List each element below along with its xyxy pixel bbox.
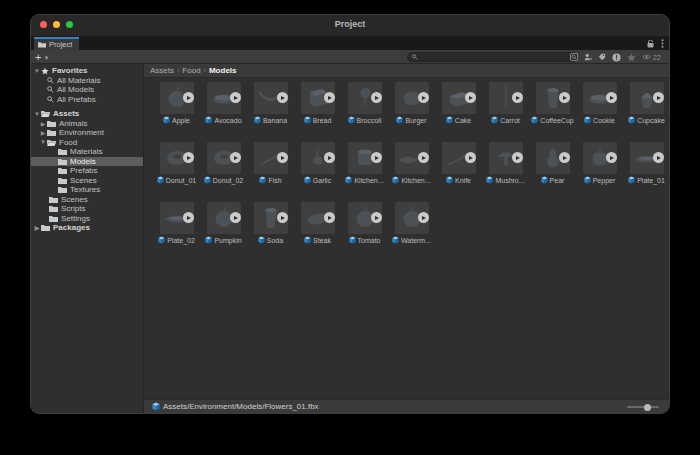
import-log-icon[interactable] xyxy=(612,53,621,62)
expand-asset-button[interactable] xyxy=(606,152,617,163)
asset-item-cake[interactable]: Cake xyxy=(435,82,482,124)
asset-thumbnail[interactable] xyxy=(536,82,570,114)
asset-item-kitchen-[interactable]: Kitchen... xyxy=(388,142,435,184)
chevron-right-icon[interactable]: ▶ xyxy=(39,129,47,136)
asset-thumbnail[interactable] xyxy=(442,82,476,114)
asset-item-mushro-[interactable]: Mushro... xyxy=(482,142,529,184)
asset-thumbnail[interactable] xyxy=(536,142,570,174)
asset-thumbnail[interactable] xyxy=(254,82,288,114)
asset-item-pepper[interactable]: Pepper xyxy=(576,142,623,184)
hidden-items-counter[interactable]: 22 xyxy=(642,53,661,62)
expand-asset-button[interactable] xyxy=(512,92,523,103)
asset-thumbnail[interactable] xyxy=(301,142,335,174)
tree-item-models[interactable]: Models xyxy=(31,157,143,167)
tree-item-textures[interactable]: Textures xyxy=(31,185,143,195)
expand-asset-button[interactable] xyxy=(465,92,476,103)
asset-thumbnail[interactable] xyxy=(489,142,523,174)
asset-thumbnail[interactable] xyxy=(348,142,382,174)
tree-item-settings[interactable]: Settings xyxy=(31,214,143,224)
expand-asset-button[interactable] xyxy=(324,212,335,223)
expand-asset-button[interactable] xyxy=(183,92,194,103)
asset-item-plate-02[interactable]: Plate_02 xyxy=(153,202,200,244)
asset-item-plate-01[interactable]: Plate_01 xyxy=(623,142,669,184)
expand-asset-button[interactable] xyxy=(653,152,664,163)
tree-item-materials[interactable]: Materials xyxy=(31,147,143,157)
asset-thumbnail[interactable] xyxy=(583,82,617,114)
asset-thumbnail[interactable] xyxy=(160,142,194,174)
chevron-right-icon[interactable]: ▶ xyxy=(39,120,47,127)
tree-item-environment[interactable]: ▶Environment xyxy=(31,128,143,138)
asset-thumbnail[interactable] xyxy=(160,82,194,114)
tree-item-all-materials[interactable]: All Materials xyxy=(31,76,143,86)
expand-asset-button[interactable] xyxy=(230,92,241,103)
asset-item-cookie[interactable]: Cookie xyxy=(576,82,623,124)
tree-item-scripts[interactable]: Scripts xyxy=(31,204,143,214)
search-by-importer-icon[interactable] xyxy=(584,53,592,61)
asset-item-coffeecup[interactable]: CoffeeCup xyxy=(529,82,576,124)
expand-asset-button[interactable] xyxy=(371,152,382,163)
expand-asset-button[interactable] xyxy=(183,152,194,163)
asset-item-knife[interactable]: Knife xyxy=(435,142,482,184)
search-input[interactable] xyxy=(421,54,573,61)
chevron-right-icon[interactable]: ▶ xyxy=(33,224,41,231)
asset-item-apple[interactable]: Apple xyxy=(153,82,200,124)
asset-item-garlic[interactable]: Garlic xyxy=(294,142,341,184)
expand-asset-button[interactable] xyxy=(371,212,382,223)
tree-item-prefabs[interactable]: Prefabs xyxy=(31,166,143,176)
tree-item-assets[interactable]: ▼Assets xyxy=(31,109,143,119)
asset-thumbnail[interactable] xyxy=(630,82,664,114)
chevron-down-icon[interactable]: ▼ xyxy=(39,139,47,145)
create-asset-button[interactable]: +▼ xyxy=(35,50,49,63)
asset-thumbnail[interactable] xyxy=(207,202,241,234)
tab-project[interactable]: Project xyxy=(34,37,79,50)
expand-asset-button[interactable] xyxy=(606,92,617,103)
asset-item-fish[interactable]: Fish xyxy=(247,142,294,184)
asset-item-burger[interactable]: Burger xyxy=(388,82,435,124)
thumbnail-zoom-slider[interactable] xyxy=(627,406,659,408)
expand-asset-button[interactable] xyxy=(277,152,288,163)
asset-thumbnail[interactable] xyxy=(583,142,617,174)
search-field[interactable] xyxy=(407,52,578,62)
asset-item-donut-02[interactable]: Donut_02 xyxy=(200,142,247,184)
tree-item-scenes[interactable]: Scenes xyxy=(31,176,143,186)
expand-asset-button[interactable] xyxy=(277,92,288,103)
expand-asset-button[interactable] xyxy=(418,152,429,163)
expand-asset-button[interactable] xyxy=(371,92,382,103)
chevron-down-icon[interactable]: ▼ xyxy=(33,68,41,74)
asset-item-steak[interactable]: Steak xyxy=(294,202,341,244)
asset-item-carrot[interactable]: Carrot xyxy=(482,82,529,124)
asset-item-donut-01[interactable]: Donut_01 xyxy=(153,142,200,184)
asset-item-bread[interactable]: Bread xyxy=(294,82,341,124)
asset-item-banana[interactable]: Banana xyxy=(247,82,294,124)
chevron-down-icon[interactable]: ▼ xyxy=(33,111,41,117)
asset-thumbnail[interactable] xyxy=(254,202,288,234)
asset-thumbnail[interactable] xyxy=(395,202,429,234)
asset-item-kitchen-[interactable]: Kitchen... xyxy=(341,142,388,184)
tree-item-all-prefabs[interactable]: All Prefabs xyxy=(31,95,143,105)
expand-asset-button[interactable] xyxy=(324,92,335,103)
slider-knob[interactable] xyxy=(644,404,651,411)
tree-item-scenes[interactable]: Scenes xyxy=(31,195,143,205)
breadcrumb-segment[interactable]: Food xyxy=(182,66,200,75)
asset-item-avocado[interactable]: Avocado xyxy=(200,82,247,124)
tree-item-food[interactable]: ▼Food xyxy=(31,138,143,148)
expand-asset-button[interactable] xyxy=(183,212,194,223)
lock-icon[interactable] xyxy=(647,40,654,48)
expand-asset-button[interactable] xyxy=(230,152,241,163)
asset-thumbnail[interactable] xyxy=(207,82,241,114)
asset-item-broccoli[interactable]: Broccoli xyxy=(341,82,388,124)
expand-asset-button[interactable] xyxy=(230,212,241,223)
tree-item-packages[interactable]: ▶Packages xyxy=(31,223,143,233)
save-search-star-icon[interactable] xyxy=(627,53,636,62)
asset-item-pumpkin[interactable]: Pumpkin xyxy=(200,202,247,244)
expand-asset-button[interactable] xyxy=(653,92,664,103)
asset-thumbnail[interactable] xyxy=(395,142,429,174)
asset-item-waterm-[interactable]: Waterm... xyxy=(388,202,435,244)
search-by-label-icon[interactable] xyxy=(598,53,606,61)
asset-thumbnail[interactable] xyxy=(301,202,335,234)
kebab-menu-icon[interactable] xyxy=(661,39,664,48)
asset-item-pear[interactable]: Pear xyxy=(529,142,576,184)
asset-thumbnail[interactable] xyxy=(254,142,288,174)
asset-thumbnail[interactable] xyxy=(442,142,476,174)
expand-asset-button[interactable] xyxy=(324,152,335,163)
